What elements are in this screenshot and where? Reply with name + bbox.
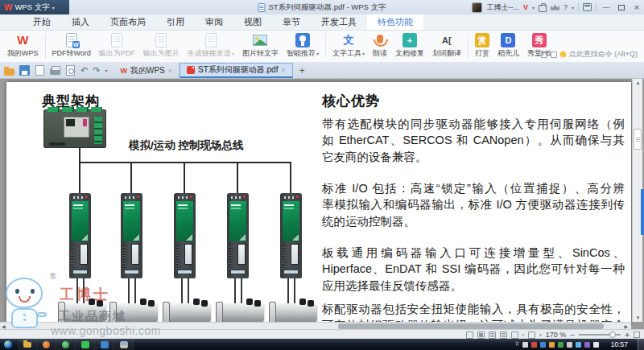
scroll-up-icon[interactable]: ▲ — [633, 80, 643, 85]
help-button[interactable]: ? — [564, 3, 568, 11]
my-wps-button[interactable]: W 我的WPS — [3, 31, 43, 62]
motor-cable — [128, 278, 130, 303]
minimize-button[interactable]: — — [601, 3, 612, 11]
smart-recommend-button[interactable]: 智能推荐▾ — [283, 31, 323, 62]
watermark-brand: 工博士 — [60, 285, 110, 304]
chevron-down-icon: ▾ — [362, 51, 365, 56]
tab-section[interactable]: 章节 — [272, 14, 311, 30]
doc-repair-button[interactable]: + 文档修复 — [391, 31, 428, 62]
taskbar-app-photos[interactable] — [114, 339, 134, 350]
two-page-view-icon[interactable] — [500, 331, 507, 339]
chevron-down-icon[interactable]: ▾ — [522, 332, 525, 337]
tray-icon[interactable] — [540, 342, 546, 348]
vertical-scrollbar-thumb[interactable] — [634, 129, 642, 150]
paragraph: 带有选配模块的同步驱动器能够接入专用伺服网络（例 如 EtherCAT、SERC… — [322, 116, 625, 165]
taskbar-app-green[interactable] — [56, 339, 76, 350]
image-to-text-button[interactable]: 图片转文字 — [238, 31, 283, 62]
tab-home[interactable]: 开始 — [23, 14, 61, 30]
share-link-button[interactable]: 生成链接发送▾ — [184, 31, 238, 62]
continuous-view-icon[interactable] — [489, 331, 496, 339]
doc-tab-my-wps[interactable]: W 我的WPS × — [114, 63, 180, 78]
tray-icon[interactable] — [531, 342, 537, 348]
taskbar-app-orange[interactable] — [37, 339, 56, 350]
zoom-level[interactable]: 170 % — [546, 331, 567, 339]
zoom-in-button[interactable]: + — [625, 331, 630, 340]
taskbar-clock[interactable]: 10:57 — [611, 339, 628, 350]
doc-tab-pdf[interactable]: ST系列伺服驱动器.pdf × — [180, 63, 293, 78]
tray-icon[interactable] — [549, 342, 555, 348]
user-avatar[interactable] — [472, 2, 482, 13]
single-page-view-icon[interactable] — [477, 331, 485, 339]
fit-page-icon[interactable] — [466, 331, 473, 339]
tray-icon[interactable] — [584, 342, 590, 348]
collapse-ribbon-icon[interactable] — [583, 3, 592, 11]
docer-button[interactable]: D 稻壳儿 — [493, 31, 523, 62]
customize-toolbar-chevron-icon[interactable]: ▾ — [105, 68, 107, 73]
ribbon-toolbar: W 我的WPS W PDF转Word 输出为PDF 输出为图片 生成链接发送▾ … — [0, 31, 644, 63]
read-aloud-button[interactable]: 朗读 — [369, 31, 391, 62]
tray-icon[interactable] — [567, 342, 572, 348]
text-tools-button[interactable]: 文 文字工具▾ — [328, 31, 369, 62]
tab-dev-tools[interactable]: 开发工具 — [311, 14, 367, 30]
help-chevron-down-icon[interactable]: ▾ — [572, 5, 574, 10]
document-tab-bar: ↶ ↷ ▾ W 我的WPS × ST系列伺服驱动器.pdf × + — [0, 63, 644, 79]
export-pdf-button[interactable]: 输出为PDF — [95, 31, 139, 62]
tab-special-features[interactable]: 特色功能 — [367, 14, 423, 30]
eye-protect-icon[interactable] — [528, 331, 535, 339]
start-button[interactable] — [3, 340, 13, 349]
scroll-down-icon[interactable]: ▼ — [633, 315, 643, 320]
reward-button[interactable]: 赏 打赏 — [471, 31, 493, 62]
tray-icon[interactable] — [522, 342, 528, 348]
print-preview-icon[interactable] — [66, 65, 75, 76]
horizontal-scrollbar-thumb[interactable] — [338, 323, 604, 329]
close-tab-icon[interactable]: × — [281, 66, 285, 74]
divider — [578, 3, 579, 11]
tab-references[interactable]: 引用 — [156, 14, 195, 30]
zoom-out-button[interactable]: − — [570, 331, 575, 340]
tab-insert[interactable]: 插入 — [61, 14, 100, 30]
user-name[interactable]: 工博士--... — [486, 2, 519, 13]
bus-drop-line — [184, 163, 185, 193]
page-mode-icon[interactable] — [511, 331, 518, 339]
show-desktop-button[interactable] — [638, 339, 644, 350]
sidebar-handle[interactable] — [641, 189, 644, 235]
scroll-right-icon[interactable]: ▶ — [624, 323, 628, 329]
new-tab-button[interactable]: + — [293, 63, 312, 78]
tray-icon[interactable] — [576, 342, 581, 348]
tab-review[interactable]: 审阅 — [195, 14, 233, 30]
briefcase-icon[interactable] — [539, 5, 547, 12]
close-tab-icon[interactable]: × — [168, 67, 172, 75]
export-image-button[interactable]: 输出为图片 — [139, 31, 184, 62]
taskbar-app-blue[interactable] — [95, 339, 114, 350]
export-icon[interactable] — [35, 65, 44, 76]
vip-badge: V — [523, 3, 528, 11]
tray-expand-icon[interactable]: ⠿ — [515, 341, 519, 348]
print-icon[interactable] — [50, 68, 60, 75]
taskbar-app-explorer[interactable] — [18, 339, 37, 350]
membership-crown-icon[interactable] — [551, 5, 559, 10]
tray-icon[interactable] — [558, 342, 564, 348]
fullscreen-icon[interactable] — [634, 331, 640, 338]
close-button[interactable]: × — [631, 2, 642, 12]
text-tools-icon: 文 — [343, 33, 353, 47]
zoom-slider-knob[interactable] — [609, 331, 616, 338]
redo-icon[interactable]: ↷ — [93, 65, 100, 76]
account-chevron-down-icon[interactable]: ▾ — [532, 5, 535, 10]
open-file-icon[interactable] — [4, 68, 14, 76]
tab-page-layout[interactable]: 页面布局 — [100, 14, 156, 30]
tab-view[interactable]: 视图 — [233, 14, 272, 30]
tray-icon[interactable] — [593, 342, 599, 348]
save-icon[interactable] — [19, 65, 30, 76]
maximize-button[interactable] — [618, 5, 625, 10]
chevron-down-icon[interactable]: ▾ — [539, 332, 542, 337]
zoom-slider[interactable] — [579, 334, 621, 336]
find-command-hint[interactable]: 点此查找命令 (Alt+Q) — [541, 49, 638, 60]
fieldbus-line — [79, 162, 291, 163]
word-translate-button[interactable]: A[ 划词翻译 — [428, 31, 465, 62]
undo-icon[interactable]: ↶ — [80, 65, 88, 76]
taskbar-app-wechat[interactable] — [76, 339, 95, 350]
pdf-to-word-button[interactable]: W PDF转Word — [48, 31, 95, 62]
wps-app-menu-button[interactable]: W WPS 文字 ▾ — [0, 0, 69, 14]
document-viewport[interactable]: 典型架构 模拟/运动 控制现场总线 — [0, 79, 644, 329]
microphone-icon — [377, 35, 383, 43]
